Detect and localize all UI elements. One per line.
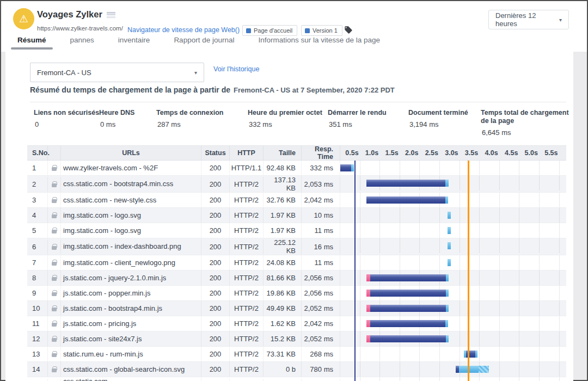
- waterfall-bar-segment: [366, 196, 445, 204]
- tag-icon[interactable]: [344, 26, 353, 36]
- lock-icon: [52, 308, 57, 311]
- table-row: 8js.static.com - jquery-2.1.0.min.js200H…: [27, 271, 566, 286]
- cell-http: HTTP/1.1: [230, 161, 264, 175]
- waterfall-bar-segment: [446, 290, 449, 297]
- cell-lock: [48, 239, 61, 254]
- metric-label: Heure DNS: [99, 109, 134, 117]
- metric-label: Heure du premier octet: [248, 109, 322, 117]
- marker-start-render: [354, 161, 356, 381]
- tab-pannes[interactable]: pannes: [70, 36, 94, 50]
- cell-lock: [48, 347, 61, 361]
- timeline-cell: [340, 208, 566, 223]
- location-select[interactable]: Fremont-CA - US ▾: [30, 63, 204, 82]
- cell-size: 62.13 KB: [264, 379, 302, 381]
- time-tick-label: 2.5s: [420, 146, 440, 161]
- time-range-dropdown[interactable]: Dernières 12 heures ▾: [488, 10, 569, 29]
- waterfall-bar-segment: [446, 274, 449, 281]
- waterfall-bar-segment: [445, 180, 448, 187]
- table-row: 15css.static.com - proxima-reg-webfo200H…: [27, 377, 566, 381]
- cell-status: 200: [201, 316, 230, 331]
- cell-status: 200: [201, 347, 230, 361]
- timeline-cell: [340, 347, 566, 361]
- cell-resp: 332 ms: [302, 161, 340, 175]
- column-header-lock: [48, 146, 61, 160]
- waterfall-bar-segment: [366, 320, 371, 327]
- menu-icon[interactable]: [107, 12, 115, 18]
- cell-no: 1: [27, 161, 48, 175]
- monitor-name: Voyages Zylker: [37, 9, 102, 20]
- cell-http: HTTP/2: [230, 347, 264, 361]
- metric-label: Démarrer le rendu: [328, 109, 387, 117]
- column-header-resp: Resp. Time: [302, 146, 340, 160]
- waterfall-bar-segment: [351, 164, 353, 171]
- waterfall-bar-segment: [475, 351, 477, 358]
- badge-version[interactable]: Version 1: [301, 25, 342, 36]
- monitor-summary-page: ⚠ Voyages Zylker https://www.zylker-trav…: [0, 0, 588, 381]
- cell-no: 2: [27, 177, 48, 192]
- timeline-cell: [340, 377, 566, 381]
- cell-no: 13: [27, 347, 48, 361]
- metric-item: Document terminé3,194 ms: [408, 109, 468, 128]
- cell-http: HTTP/2: [230, 208, 264, 223]
- cell-size: 81.66 KB: [264, 271, 302, 285]
- location-value: Fremont-CA - US: [37, 69, 91, 77]
- waterfall-bar-segment: [446, 335, 449, 342]
- tab-rapport-de-journal[interactable]: Rapport de journal: [174, 36, 234, 50]
- table-row: 12js.static.com - site24x7.js200HTTP/215…: [27, 331, 566, 347]
- cell-lock: [48, 316, 61, 331]
- cell-http: HTTP/2: [230, 331, 264, 346]
- marker-doc-complete: [468, 161, 469, 381]
- table-row: 13static.rum.eu - rum-min.js200HTTP/273.…: [27, 347, 566, 362]
- metric-item: Démarrer le rendu351 ms: [328, 109, 387, 128]
- cell-no: 10: [27, 301, 48, 316]
- metric-value: 287 ms: [156, 120, 223, 128]
- cell-http: HTTP/2: [230, 362, 264, 377]
- waterfall-bar-segment: [366, 180, 445, 187]
- cell-size: 24.08 KB: [264, 255, 302, 270]
- view-history-link[interactable]: Voir l'historique: [213, 65, 259, 73]
- cell-no: 7: [27, 255, 48, 270]
- cell-resp: 780 ms: [302, 362, 340, 377]
- timeline-cell: [340, 255, 566, 270]
- cell-http: HTTP/2: [230, 177, 264, 192]
- tab-informations-sur-la-vitesse-de-la-page[interactable]: Informations sur la vitesse de la page: [258, 36, 380, 50]
- waterfall-bar-segment: [366, 305, 371, 312]
- cell-url: css.static.com - new-style.css: [61, 193, 201, 207]
- cell-http: HTTP/2: [230, 193, 264, 207]
- table-row: 3css.static.com - new-style.css200HTTP/2…: [27, 193, 566, 208]
- table-row: 2css.static.com - bootstrap4.min.css200H…: [27, 176, 566, 193]
- cell-http: HTTP/2: [230, 271, 264, 285]
- divider: [30, 102, 566, 102]
- cell-http: HTTP/2: [230, 255, 264, 270]
- monitor-status-icon: ⚠: [13, 8, 34, 29]
- chevron-down-icon: ▾: [194, 70, 197, 76]
- metric-label: Document terminé: [408, 109, 468, 117]
- cell-no: 6: [27, 239, 48, 254]
- time-tick-label: 4.5s: [500, 146, 520, 161]
- tab-r-sum-[interactable]: Résumé: [17, 36, 46, 50]
- timeline-cell: [340, 316, 566, 331]
- cell-size: 92.48 KB: [264, 161, 302, 175]
- cell-status: 200: [201, 286, 230, 300]
- cell-http: HTTP/2: [230, 301, 264, 316]
- web-speed-browser-link[interactable]: Navigateur de vitesse de page Web(): [127, 26, 240, 34]
- metric-value: 6,645 ms: [481, 128, 573, 137]
- cell-url: js.static.com - site24x7.js: [61, 331, 201, 346]
- cell-lock: [48, 286, 61, 300]
- cell-url: js.static.com - popper.min.js: [61, 286, 201, 300]
- timeline-cell: [340, 286, 566, 300]
- waterfall-bar-segment: [479, 366, 489, 373]
- lock-icon: [52, 338, 57, 342]
- cell-url: css.static.com - bootstrap4.min.css: [61, 177, 201, 192]
- cell-size: 49.49 KB: [264, 301, 302, 316]
- tab-inventaire[interactable]: inventaire: [118, 36, 150, 50]
- badge-homepage[interactable]: Page d'accueil: [242, 25, 297, 36]
- cell-resp: 2,056 ms: [302, 271, 340, 285]
- time-tick-label: 1.5s: [380, 146, 400, 161]
- tab-bar: RésumépannesinventaireRapport de journal…: [17, 36, 404, 50]
- cell-resp: 2,042 ms: [302, 193, 340, 207]
- cell-resp: 2,052 ms: [302, 301, 340, 316]
- timeline-cell: [340, 301, 566, 316]
- cell-no: 9: [27, 286, 48, 300]
- cell-size: 225.12 KB: [264, 238, 302, 255]
